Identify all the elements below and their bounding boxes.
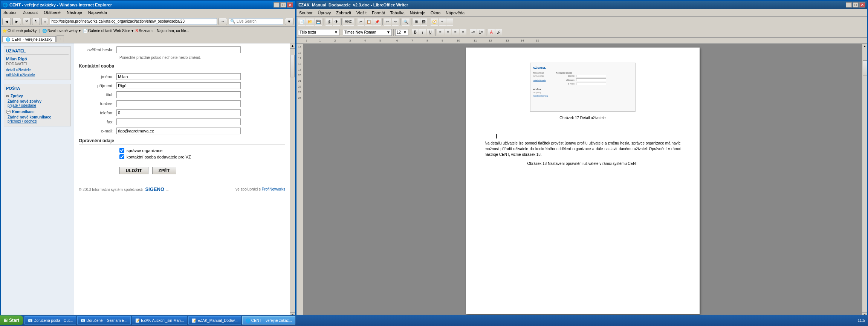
ie-menu-favorites[interactable]: Oblíbené [43, 10, 62, 15]
lo-copy-button[interactable]: 📋 [365, 18, 373, 26]
lo-menu-window[interactable]: Okno [429, 10, 442, 15]
lo-cut-button[interactable]: ✂ [358, 18, 364, 26]
ie-refresh-button[interactable]: ↻ [32, 18, 40, 25]
lo-new-button[interactable]: 📄 [298, 18, 306, 26]
ie-fav-seznam[interactable]: S Seznam – Najdu tam, co hle... [136, 29, 189, 33]
taskbar-item-2[interactable]: 📝 EZAK-Auckcni_sin-Man... [132, 316, 187, 324]
lo-menu-edit[interactable]: Úpravy [316, 10, 332, 15]
ie-fax-input[interactable] [116, 118, 241, 125]
ie-checkbox-spravce[interactable] [119, 148, 124, 153]
lo-menu-format[interactable]: Formát [371, 10, 386, 15]
lo-close-button[interactable]: ✕ [859, 2, 865, 8]
ie-footer-partner-link[interactable]: ProfiNetworks [262, 187, 285, 191]
lo-align-right-button[interactable]: ≡ [452, 29, 459, 36]
lo-minimize-button[interactable]: — [846, 2, 852, 8]
ie-sidebar-zpravy-sub-link[interactable]: přijaté / odeslané [8, 103, 69, 108]
lo-bullets-button[interactable]: •≡ [470, 29, 477, 36]
ie-menu-view[interactable]: Zobrazit [21, 10, 39, 15]
lo-print-button[interactable]: 🖨 [326, 18, 332, 26]
lo-align-center-button[interactable]: ≡ [445, 29, 451, 36]
lo-menu-view[interactable]: Zobrazit [335, 10, 352, 15]
ie-ulozit-button[interactable]: ULOŽIT [119, 167, 148, 174]
ie-go-button[interactable]: → [219, 18, 227, 25]
lo-menu-help[interactable]: Nápověda [445, 10, 466, 15]
lo-scroll-up[interactable]: ▲ [862, 44, 867, 49]
lo-align-justify-button[interactable]: ≡ [460, 29, 466, 36]
lo-paste-button[interactable]: 📌 [373, 18, 381, 26]
ie-fav-suggested[interactable]: 🌐 Navrhované weby ▾ [42, 29, 81, 33]
ie-telefon-input[interactable] [116, 109, 241, 116]
ie-new-tab-button[interactable]: + [57, 35, 64, 42]
ie-prijmeni-input[interactable] [116, 82, 241, 89]
lo-italic-button[interactable]: I [419, 29, 426, 36]
ie-address-input[interactable] [50, 18, 217, 25]
lo-image-button[interactable]: 🖼 [420, 18, 427, 26]
ie-funkce-input[interactable] [116, 100, 241, 107]
lo-zoom-out-button[interactable]: - [446, 18, 453, 26]
lo-align-left-button[interactable]: ≡ [437, 29, 444, 36]
lo-style-selector[interactable]: Tělo textu ▼ [298, 29, 339, 36]
lo-find-button[interactable]: 🔍 [402, 18, 410, 26]
ie-fav-gallery[interactable]: 📄 Galerie oblastí Web Slice ▾ [83, 29, 133, 33]
ie-scrollbar[interactable]: ▲ ▼ [290, 43, 295, 318]
lo-cursor [496, 134, 681, 138]
ie-titul-input[interactable] [116, 91, 241, 98]
ie-zpet-button[interactable]: ZPĚT [152, 167, 176, 174]
lo-underline-button[interactable]: U [427, 29, 434, 36]
ie-checkbox-kontaktni[interactable] [119, 154, 124, 159]
taskbar-item-4[interactable]: 🌐 CENT – veřejné zakáz... [242, 316, 295, 324]
lo-menu-tools[interactable]: Nástroje [409, 10, 426, 15]
ie-password-input[interactable] [116, 46, 241, 53]
lo-undo-button[interactable]: ↩ [384, 18, 391, 26]
taskbar-start-button[interactable]: ⊞ Start [0, 315, 23, 325]
lo-scrollbar-thumb[interactable] [863, 60, 867, 75]
ie-menu-tools[interactable]: Nástroje [66, 10, 83, 15]
lo-color-button[interactable]: A [488, 29, 495, 36]
lo-spell-button[interactable]: ABC [343, 18, 354, 26]
lo-sep2 [341, 18, 342, 25]
lo-menu-insert[interactable]: Vložit [355, 10, 368, 15]
ie-scroll-up[interactable]: ▲ [290, 43, 295, 49]
ie-maximize-button[interactable]: □ [280, 2, 286, 8]
lo-scrollbar-v[interactable]: ▲ ▼ [862, 44, 867, 318]
lo-save-button[interactable]: 💾 [315, 18, 322, 26]
lo-menu-table[interactable]: Tabulka [389, 10, 406, 15]
lo-page[interactable]: UŽIVATEL Milan Rigó DODAVATEL detail uži… [466, 48, 700, 314]
ie-stop-button[interactable]: ✕ [23, 18, 31, 25]
lo-numbers-button[interactable]: 1≡ [477, 29, 484, 36]
lo-size-selector[interactable]: 12 ▼ [395, 29, 408, 36]
ie-sidebar-detail-link[interactable]: detail uživatele [6, 68, 69, 72]
ie-home-button[interactable]: ⌂ [41, 18, 49, 25]
taskbar-item-3[interactable]: 📝 EZAK_Manual_Dodav... [188, 316, 241, 324]
ie-sidebar-komunikace-sub-link[interactable]: příchozí / odchozí [8, 119, 69, 123]
ie-back-button[interactable]: ◄ [2, 18, 11, 25]
ie-search-input[interactable] [237, 19, 282, 23]
lo-table-button[interactable]: ⊞ [413, 18, 420, 26]
ie-menu-help[interactable]: Nápověda [87, 10, 108, 15]
ie-jmeno-input[interactable] [116, 73, 241, 80]
ie-menu-file[interactable]: Soubor [2, 10, 18, 15]
lo-menu-file[interactable]: Soubor [298, 10, 313, 15]
lo-navigator-button[interactable]: 🧭 [431, 18, 438, 26]
lo-font-selector[interactable]: Times New Roman ▼ [343, 29, 392, 36]
ie-close-button[interactable]: ✕ [287, 2, 293, 8]
ie-sidebar-zpravy-count: Žádné nové zprávy [8, 99, 69, 103]
ie-search-go-button[interactable]: ▼ [285, 18, 293, 25]
taskbar-item-0[interactable]: 📧 Doručená pošta - Out... [24, 316, 76, 324]
lo-open-button[interactable]: 📂 [306, 18, 314, 26]
lo-highlight-button[interactable]: 🖊 [495, 29, 502, 36]
ie-tab-active[interactable]: 🌐 CENT - veřejné zakázky [2, 36, 56, 42]
ie-email-input[interactable] [116, 128, 241, 134]
lo-redo-button[interactable]: ↪ [392, 18, 399, 26]
ie-fav-favorites[interactable]: ⭐ Oblíbené položky [2, 29, 37, 33]
lo-zoom-in-button[interactable]: + [439, 18, 446, 26]
lo-preview-button[interactable]: 👁 [333, 18, 340, 26]
taskbar-item-1[interactable]: 📧 Doručené – Seznam E... [77, 316, 131, 324]
lo-maximize-button[interactable]: □ [853, 2, 859, 8]
ie-password-hint: Ponechte prázdné pokud nechcete heslo zm… [119, 55, 285, 60]
ie-sidebar-logout-link[interactable]: odhlásit uživatele [6, 73, 69, 77]
lo-bold-button[interactable]: B [412, 29, 419, 36]
ie-scrollbar-thumb[interactable] [290, 55, 295, 77]
ie-minimize-button[interactable]: — [274, 2, 280, 8]
ie-forward-button[interactable]: ► [12, 18, 21, 25]
